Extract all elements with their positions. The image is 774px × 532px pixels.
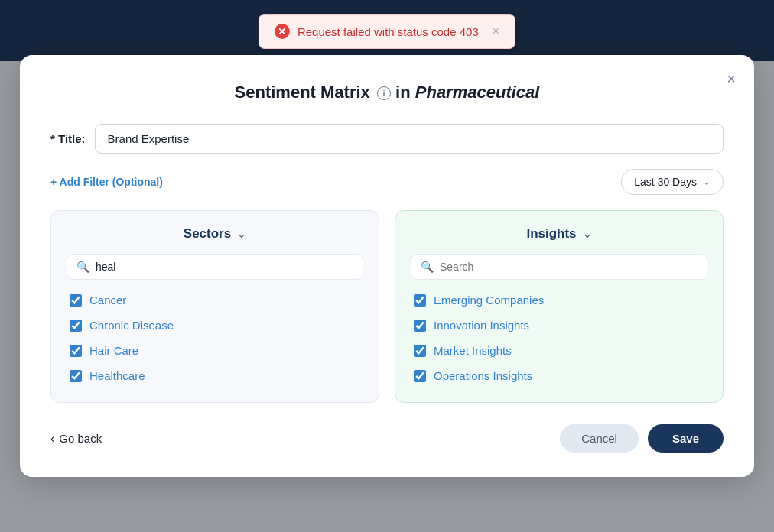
insights-search-input[interactable] (440, 261, 698, 273)
insights-operations-label: Operations Insights (434, 369, 532, 382)
sectors-hair-care-label: Hair Care (89, 344, 138, 357)
back-arrow-icon: ‹ (50, 432, 54, 446)
add-filter-button[interactable]: + Add Filter (Optional) (50, 176, 163, 188)
list-item: Operations Insights (411, 365, 704, 387)
modal-footer: ‹ Go back Cancel Save (50, 424, 724, 453)
list-item: Cancer (67, 289, 360, 311)
save-button[interactable]: Save (648, 424, 724, 453)
sectors-healthcare-label: Healthcare (89, 369, 145, 382)
insights-emerging-companies-checkbox[interactable] (414, 294, 426, 307)
date-range-selector[interactable]: Last 30 Days ⌄ (621, 169, 724, 195)
sectors-hair-care-checkbox[interactable] (70, 345, 82, 357)
sectors-search-box: 🔍 (67, 254, 363, 280)
add-filter-optional: (Optional) (112, 176, 163, 188)
toast-close-button[interactable]: × (493, 24, 499, 38)
insights-market-label: Market Insights (434, 344, 512, 357)
sectors-chevron-icon[interactable]: ⌄ (237, 228, 246, 240)
footer-buttons: Cancel Save (560, 424, 724, 453)
insights-search-box: 🔍 (411, 254, 707, 280)
modal-title-in: in (395, 83, 415, 102)
go-back-button[interactable]: ‹ Go back (50, 432, 102, 446)
list-item: Hair Care (67, 339, 360, 362)
sectors-cancer-checkbox[interactable] (70, 294, 82, 307)
list-item: Emerging Companies (411, 289, 704, 311)
sectors-search-icon: 🔍 (76, 261, 89, 273)
modal-title: Sentiment Matrix i in Pharmaceutical (50, 83, 724, 102)
title-input[interactable] (95, 124, 724, 154)
sectors-panel: Sectors ⌄ 🔍 Cancer Chronic (50, 210, 379, 403)
insights-innovation-checkbox[interactable] (414, 320, 426, 332)
sectors-cancer-label: Cancer (89, 294, 126, 307)
insights-emerging-companies-label: Emerging Companies (434, 294, 544, 307)
date-range-label: Last 30 Days (634, 176, 697, 188)
sectors-chronic-disease-label: Chronic Disease (89, 319, 174, 332)
error-toast: ✕ Request failed with status code 403 × (259, 14, 515, 49)
error-icon: ✕ (275, 24, 290, 39)
insights-chevron-icon[interactable]: ⌄ (583, 228, 592, 240)
insights-operations-checkbox[interactable] (414, 370, 426, 382)
insights-checkbox-list: Emerging Companies Innovation Insights M… (411, 289, 707, 387)
go-back-label: Go back (59, 432, 102, 445)
modal-backdrop: × Sentiment Matrix i in Pharmaceutical *… (0, 0, 774, 532)
modal-title-text: Sentiment Matrix (235, 83, 370, 102)
list-item: Market Insights (411, 339, 704, 362)
modal-title-industry: Pharmaceutical (415, 83, 540, 102)
panels-row: Sectors ⌄ 🔍 Cancer Chronic (50, 210, 724, 403)
insights-panel-title: Insights (526, 226, 576, 242)
cancel-button[interactable]: Cancel (560, 424, 639, 453)
list-item: Chronic Disease (67, 314, 360, 336)
toast-message: Request failed with status code 403 (298, 25, 479, 38)
title-label: * Title: (50, 132, 86, 145)
list-item: Innovation Insights (411, 314, 704, 336)
chevron-down-icon: ⌄ (703, 177, 711, 187)
add-filter-label: + Add Filter (50, 176, 109, 188)
insights-search-icon: 🔍 (421, 261, 434, 273)
sectors-chronic-disease-checkbox[interactable] (70, 320, 82, 332)
modal-close-button[interactable]: × (727, 70, 736, 88)
sectors-checkbox-list: Cancer Chronic Disease Hair Care (67, 289, 363, 387)
insights-innovation-label: Innovation Insights (434, 319, 529, 332)
modal-dialog: × Sentiment Matrix i in Pharmaceutical *… (20, 55, 754, 477)
filter-row: + Add Filter (Optional) Last 30 Days ⌄ (50, 169, 724, 195)
insights-market-checkbox[interactable] (414, 345, 426, 357)
sectors-panel-title: Sectors (184, 226, 231, 242)
insights-panel: Insights ⌄ 🔍 Emerging Companies (395, 210, 724, 403)
sectors-panel-header: Sectors ⌄ (67, 226, 363, 242)
title-row: * Title: (50, 124, 724, 154)
insights-panel-header: Insights ⌄ (411, 226, 707, 242)
sectors-healthcare-checkbox[interactable] (70, 370, 82, 382)
sectors-search-input[interactable] (96, 261, 353, 273)
list-item: Healthcare (67, 365, 360, 387)
info-icon[interactable]: i (377, 86, 391, 100)
